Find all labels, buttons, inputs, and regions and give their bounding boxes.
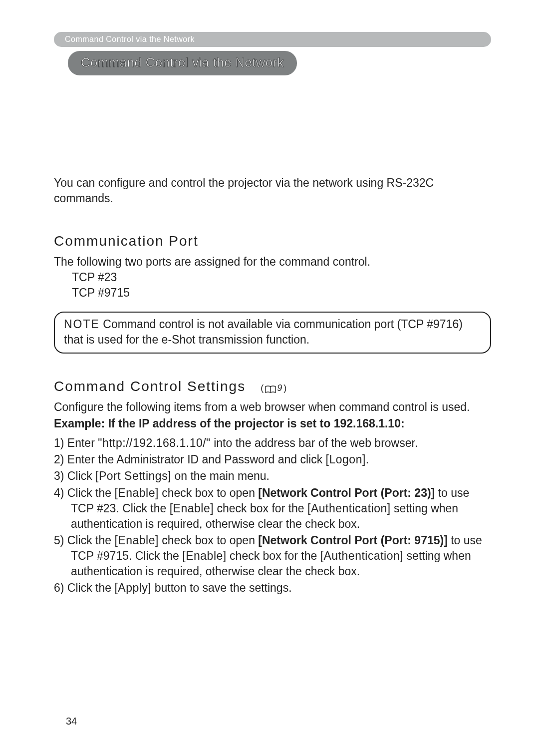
steps-list: 1) Enter "http://192.168.1.10/" into the… (54, 435, 491, 595)
page-number: 34 (66, 716, 77, 727)
step-6: 6) Click the [Apply] button to save the … (54, 580, 491, 596)
paren-close: ) (283, 383, 287, 393)
comm-port-lead: The following two ports are assigned for… (54, 254, 491, 270)
breadcrumb-bar: Command Control via the Network (54, 32, 491, 47)
example-label: Example: If the IP address of the projec… (54, 417, 491, 430)
port-2: TCP #9715 (72, 285, 491, 301)
book-icon (265, 385, 276, 393)
step-2: 2) Enter the Administrator ID and Passwo… (54, 452, 491, 467)
note-label: NOTE (64, 318, 100, 331)
note-text: Command control is not available via com… (64, 318, 463, 346)
section-heading-pill: Command Control via the Network (68, 51, 297, 75)
step-4: 4) Click the [Enable] check box to open … (54, 485, 491, 532)
step-1: 1) Enter "http://192.168.1.10/" into the… (54, 435, 491, 451)
step-5: 5) Click the [Enable] check box to open … (54, 533, 491, 579)
page-reference: ( 9 ) (261, 383, 287, 393)
breadcrumb-text: Command Control via the Network (65, 35, 195, 43)
heading-command-control-settings: Command Control Settings (54, 378, 246, 394)
heading-communication-port: Communication Port (54, 233, 491, 249)
note-box: NOTE Command control is not available vi… (54, 312, 491, 354)
step-3: 3) Click [Port Settings] on the main men… (54, 468, 491, 484)
section-heading-text: Command Control via the Network (81, 55, 284, 70)
intro-paragraph: You can configure and control the projec… (54, 175, 491, 206)
settings-lead: Configure the following items from a web… (54, 399, 491, 415)
paren-open: ( (261, 383, 264, 393)
page-ref-num: 9 (277, 383, 282, 393)
port-1: TCP #23 (72, 270, 491, 285)
